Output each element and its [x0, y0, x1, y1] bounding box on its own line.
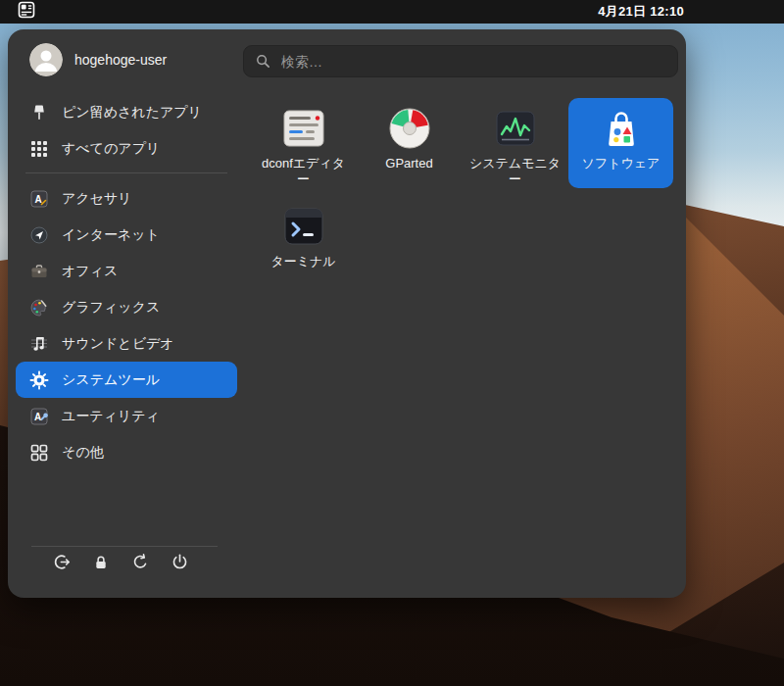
sidebar-item-label: システムツール — [62, 371, 160, 389]
logout-icon — [53, 553, 72, 574]
svg-text:A: A — [34, 194, 41, 205]
sidebar-item-all-apps[interactable]: すべてのアプリ — [16, 130, 237, 167]
top-bar: 4月21日 12:10 — [0, 0, 784, 24]
app-label: システムモニター — [468, 156, 563, 188]
sidebar-item-label: その他 — [62, 444, 104, 462]
sidebar-item-graphics[interactable]: グラフィックス — [16, 289, 237, 325]
sidebar-item-pinned-apps[interactable]: ピン留めされたアプリ — [16, 94, 237, 130]
sidebar-divider — [25, 172, 227, 173]
terminal-icon — [280, 203, 327, 250]
sidebar-item-label: すべてのアプリ — [62, 140, 160, 158]
app-label: GParted — [363, 156, 457, 172]
power-button[interactable] — [166, 551, 193, 576]
app-tile-dconf-editor[interactable]: dconfエディター — [251, 98, 356, 188]
category-sidebar: ピン留めされたアプリ すべてのアプリ A アクセサリ — [16, 94, 237, 470]
software-icon — [598, 105, 645, 152]
accessories-icon: A — [29, 189, 49, 209]
user-row: hogehoge-user — [29, 43, 167, 76]
sidebar-item-internet[interactable]: インターネット — [16, 217, 237, 253]
session-divider — [31, 546, 218, 547]
user-name: hogehoge-user — [74, 52, 167, 68]
gparted-icon — [386, 105, 433, 152]
gear-icon — [29, 370, 49, 390]
sidebar-item-label: サウンドとビデオ — [62, 335, 174, 353]
utilities-icon: A — [29, 407, 49, 426]
system-monitor-icon — [492, 105, 539, 152]
user-avatar — [29, 43, 63, 76]
logout-button[interactable] — [48, 551, 75, 576]
app-label: ソフトウェア — [574, 156, 668, 172]
sidebar-item-label: ユーティリティ — [62, 408, 160, 425]
search-input[interactable] — [279, 53, 665, 71]
app-label: dconfエディター — [257, 156, 351, 188]
office-briefcase-icon — [29, 262, 49, 281]
sidebar-item-label: ピン留めされたアプリ — [62, 104, 202, 122]
sidebar-item-label: グラフィックス — [62, 299, 160, 317]
sidebar-item-utilities[interactable]: A ユーティリティ — [16, 398, 237, 434]
search-field[interactable] — [243, 45, 678, 77]
pin-icon — [29, 103, 49, 122]
sidebar-item-label: アクセサリ — [62, 190, 132, 208]
search-icon — [256, 54, 270, 69]
all-apps-icon — [29, 139, 49, 159]
dconf-editor-icon — [280, 105, 327, 152]
restart-button[interactable] — [126, 551, 154, 576]
sidebar-item-office[interactable]: オフィス — [16, 253, 237, 289]
lock-button[interactable] — [87, 551, 115, 576]
app-tile-gparted[interactable]: GParted — [357, 98, 462, 188]
sidebar-item-accessories[interactable]: A アクセサリ — [16, 180, 237, 217]
sidebar-item-label: インターネット — [62, 226, 160, 244]
sidebar-item-sound-video[interactable]: サウンドとビデオ — [16, 325, 237, 362]
internet-icon — [29, 225, 49, 245]
app-tile-system-monitor[interactable]: システムモニター — [463, 98, 567, 188]
sidebar-item-system-tools[interactable]: システムツール — [16, 362, 237, 398]
applications-menu-button[interactable] — [18, 1, 35, 23]
app-tile-terminal[interactable]: ターミナル — [251, 196, 356, 286]
clock-date-button[interactable]: 4月21日 12:10 — [598, 0, 684, 24]
sidebar-item-other[interactable]: その他 — [16, 434, 237, 470]
power-icon — [171, 553, 189, 574]
sidebar-item-label: オフィス — [62, 263, 118, 280]
graphics-palette-icon — [29, 298, 49, 318]
svg-text:A: A — [34, 412, 41, 422]
sound-video-icon — [29, 334, 49, 354]
app-label: ターミナル — [257, 254, 351, 270]
app-tile-software[interactable]: ソフトウェア — [568, 98, 673, 188]
other-apps-icon — [29, 443, 49, 463]
application-menu-panel: hogehoge-user ピン留めされたアプリ — [8, 29, 686, 598]
app-grid: dconfエディター GParted システムモニター — [251, 98, 673, 286]
app-grid-icon — [18, 1, 35, 23]
session-controls — [48, 551, 193, 576]
restart-icon — [131, 553, 150, 574]
lock-icon — [92, 554, 110, 574]
